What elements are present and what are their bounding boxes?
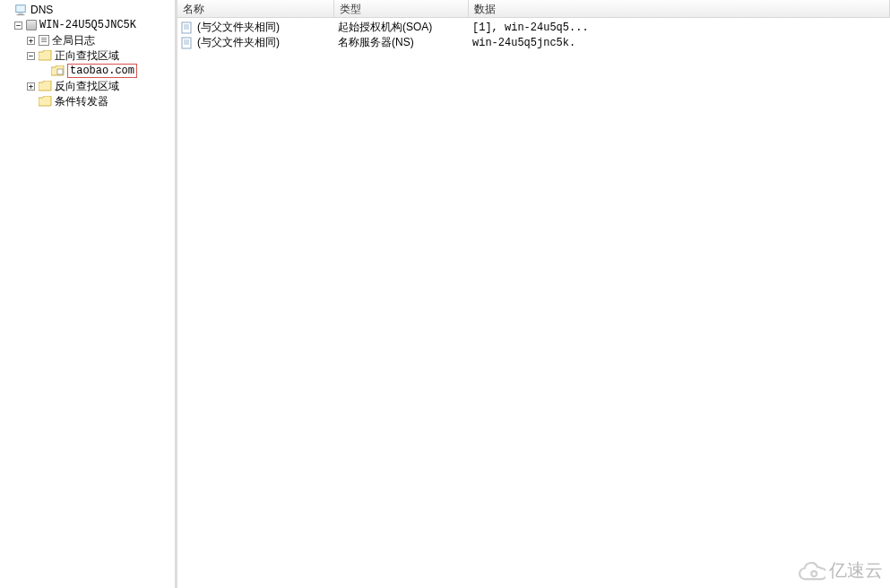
tree-fwd-zone[interactable]: − 正向查找区域 (2, 48, 173, 63)
tree-zone-taobao[interactable]: taobao.com (2, 64, 173, 78)
tree-rev-zone-label: 反向查找区域 (55, 79, 119, 94)
tree-cond-fwd-label: 条件转发器 (55, 94, 108, 109)
svg-point-12 (811, 571, 817, 576)
tree-global-log[interactable]: + 全局日志 (2, 33, 173, 48)
tree-zone-taobao-label: taobao.com (67, 64, 137, 78)
record-name: (与父文件夹相同) (197, 20, 280, 35)
svg-rect-2 (17, 14, 25, 15)
log-icon (39, 35, 49, 46)
record-data: [1], win-24u5q5... (472, 22, 589, 34)
tree-cond-fwd[interactable]: 条件转发器 (2, 94, 173, 108)
record-list-panel: 名称 类型 数据 (与父文件夹相同) 起始授权机构(SOA) [1], win-… (177, 0, 890, 588)
tree-server-label: WIN-24U5Q5JNC5K (39, 19, 136, 31)
list-row[interactable]: (与父文件夹相同) 名称服务器(NS) win-24u5q5jnc5k. (181, 35, 886, 50)
folder-icon (39, 81, 52, 91)
svg-rect-3 (57, 69, 63, 74)
tree-root-label: DNS (30, 4, 53, 16)
svg-rect-8 (182, 38, 191, 48)
cloud-icon (793, 560, 825, 582)
tree-panel: DNS − WIN-24U5Q5JNC5K + 全局日志 − (0, 0, 177, 588)
tree-fwd-zone-label: 正向查找区域 (55, 48, 119, 64)
server-icon (26, 20, 37, 30)
col-header-name[interactable]: 名称 (177, 0, 334, 17)
folder-icon (39, 96, 52, 107)
zone-folder-icon (51, 65, 65, 76)
expander-minus-icon[interactable]: − (27, 52, 35, 60)
record-name: (与父文件夹相同) (197, 35, 280, 50)
tree-global-log-label: 全局日志 (52, 33, 95, 48)
svg-rect-0 (16, 5, 26, 13)
watermark-text: 亿速云 (829, 558, 883, 583)
tree-server[interactable]: − WIN-24U5Q5JNC5K (2, 18, 173, 32)
tree-root-dns[interactable]: DNS (2, 3, 173, 17)
tree-rev-zone[interactable]: + 反向查找区域 (2, 79, 173, 93)
record-type: 名称服务器(NS) (338, 35, 414, 50)
list-row[interactable]: (与父文件夹相同) 起始授权机构(SOA) [1], win-24u5q5... (181, 20, 886, 35)
list-header: 名称 类型 数据 (177, 0, 890, 18)
svg-rect-4 (182, 22, 191, 33)
svg-rect-1 (18, 13, 22, 15)
record-icon (181, 37, 194, 49)
record-icon (181, 22, 194, 34)
expander-plus-icon[interactable]: + (27, 37, 35, 45)
list-body: (与父文件夹相同) 起始授权机构(SOA) [1], win-24u5q5...… (177, 18, 890, 52)
expander-minus-icon[interactable]: − (14, 22, 22, 30)
record-type: 起始授权机构(SOA) (338, 20, 432, 35)
expander-plus-icon[interactable]: + (27, 82, 35, 91)
col-header-type[interactable]: 类型 (334, 0, 469, 17)
record-data: win-24u5q5jnc5k. (472, 37, 575, 49)
watermark: 亿速云 (793, 558, 883, 583)
col-header-data[interactable]: 数据 (469, 0, 890, 17)
dns-icon (13, 4, 28, 16)
folder-icon (39, 50, 52, 61)
